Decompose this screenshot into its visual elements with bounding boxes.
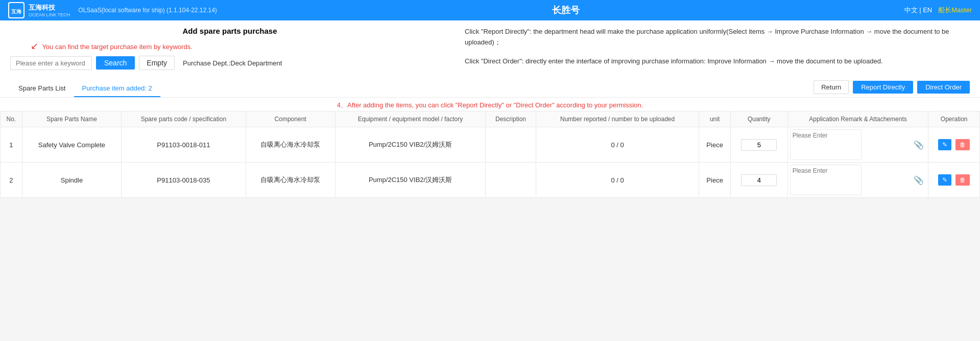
logo-icon: 互海 (8, 2, 25, 18)
tabs-right: Return Report Directly Direct Order (814, 80, 970, 97)
left-panel: Add spare parts purchase ↙ You can find … (10, 27, 449, 76)
step4-annotation: 4、After adding the items, you can click … (0, 98, 980, 111)
app-name: OLSaaS(local software for ship) (1.1.104… (78, 7, 217, 14)
col-spare-parts-name: Spare Parts Name (22, 111, 122, 127)
logo: 互海 互海科技 OCEAN LINK TECH (8, 2, 70, 18)
cell-remark-1: 📎 (787, 127, 928, 163)
cell-component-1: 自吸离心海水冷却泵 (246, 127, 335, 163)
company-name: 互海科技 (29, 3, 70, 12)
remark-textarea-1[interactable] (790, 129, 862, 160)
attachment-icon-1[interactable]: 📎 (914, 140, 924, 150)
cell-description-1 (486, 127, 536, 163)
cell-number-2: 0 / 0 (536, 163, 699, 198)
cell-description-2 (486, 163, 536, 198)
delete-button-2[interactable]: 🗑 (955, 174, 970, 186)
return-button[interactable]: Return (814, 80, 849, 94)
table-row: 2 Spindle P91103-0018-035 自吸离心海水冷却泵 Pump… (1, 163, 980, 198)
cell-qty-2 (730, 163, 787, 198)
table-header-row: No. Spare Parts Name Spare parts code / … (1, 111, 980, 127)
cell-no-1: 1 (1, 127, 22, 163)
cell-code-2: P91103-0018-035 (122, 163, 246, 198)
cell-component-2: 自吸离心海水冷却泵 (246, 163, 335, 198)
search-button[interactable]: Search (96, 56, 135, 70)
lang-switcher[interactable]: 中文 | EN (904, 6, 933, 15)
cell-unit-1: Piece (699, 127, 730, 163)
col-unit: unit (699, 111, 730, 127)
instruction-1: Click "Report Directly": the department … (465, 27, 970, 48)
cell-name-1: Safety Valve Complete (22, 127, 122, 163)
cell-operation-1: ✎ 🗑 (928, 127, 980, 163)
col-description: Description (486, 111, 536, 127)
edit-button-2[interactable]: ✎ (938, 174, 951, 186)
tabs-left: Spare Parts List Purchase item added: 2 (10, 80, 160, 97)
remark-textarea-2[interactable] (790, 165, 862, 195)
cell-equipment-1: Pump/2C150 VIB2/汉姆沃斯 (335, 127, 486, 163)
hint-text: ↙ You can find the target purchase item … (31, 40, 449, 52)
company-sub: OCEAN LINK TECH (29, 12, 70, 17)
top-section: Add spare parts purchase ↙ You can find … (0, 20, 980, 80)
cell-unit-2: Piece (699, 163, 730, 198)
edit-button-1[interactable]: ✎ (938, 139, 951, 150)
page-title: Add spare parts purchase (182, 27, 277, 35)
table-row: 1 Safety Valve Complete P91103-0018-011 … (1, 127, 980, 163)
cell-qty-1 (730, 127, 787, 163)
empty-button[interactable]: Empty (139, 56, 175, 70)
svg-text:互海: 互海 (11, 9, 22, 14)
hint-arrow: ↙ (31, 41, 38, 51)
col-remark: Application Remark & Attachements (787, 111, 928, 127)
cell-code-1: P91103-0018-011 (122, 127, 246, 163)
user-menu[interactable]: 船长Master (938, 6, 972, 15)
col-operation: Operation (928, 111, 980, 127)
col-quantity: Quantity (730, 111, 787, 127)
qty-input-2[interactable] (741, 174, 777, 186)
main-content: Add spare parts purchase ↙ You can find … (0, 20, 980, 198)
cell-remark-2: 📎 (787, 163, 928, 198)
qty-input-1[interactable] (741, 139, 777, 151)
cell-equipment-2: Pump/2C150 VIB2/汉姆沃斯 (335, 163, 486, 198)
header-actions: 中文 | EN 船长Master (904, 6, 972, 15)
header: 互海 互海科技 OCEAN LINK TECH OLSaaS(local sof… (0, 0, 980, 20)
search-input[interactable] (10, 56, 92, 70)
direct-order-button[interactable]: Direct Order (917, 81, 970, 94)
dept-label: Purchase Dept.:Deck Department (183, 59, 282, 67)
col-no: No. (1, 111, 22, 127)
delete-button-1[interactable]: 🗑 (955, 139, 970, 150)
tab-spare-parts-list[interactable]: Spare Parts List (10, 80, 74, 97)
instruction-2: Click "Direct Order": directly enter the… (465, 56, 970, 67)
col-equipment: Equipment / equipment model / factory (335, 111, 486, 127)
attachment-icon-2[interactable]: 📎 (914, 175, 924, 185)
search-bar: Search Empty Purchase Dept.:Deck Departm… (10, 56, 449, 70)
table-wrapper: No. Spare Parts Name Spare parts code / … (0, 111, 980, 198)
tab-purchase-item-added[interactable]: Purchase item added: 2 (74, 80, 160, 97)
tabs-row: Spare Parts List Purchase item added: 2 … (0, 80, 980, 98)
header-title: 长胜号 (227, 4, 904, 16)
report-directly-button[interactable]: Report Directly (853, 81, 913, 94)
cell-name-2: Spindle (22, 163, 122, 198)
cell-operation-2: ✎ 🗑 (928, 163, 980, 198)
col-code: Spare parts code / specification (122, 111, 246, 127)
cell-number-1: 0 / 0 (536, 127, 699, 163)
col-component: Component (246, 111, 335, 127)
right-panel: Click "Report Directly": the department … (460, 27, 970, 76)
col-number-reported: Number reported / number to be uploaded (536, 111, 699, 127)
parts-table: No. Spare Parts Name Spare parts code / … (0, 111, 980, 198)
hint-label: You can find the target purchase item by… (42, 43, 192, 51)
cell-no-2: 2 (1, 163, 22, 198)
